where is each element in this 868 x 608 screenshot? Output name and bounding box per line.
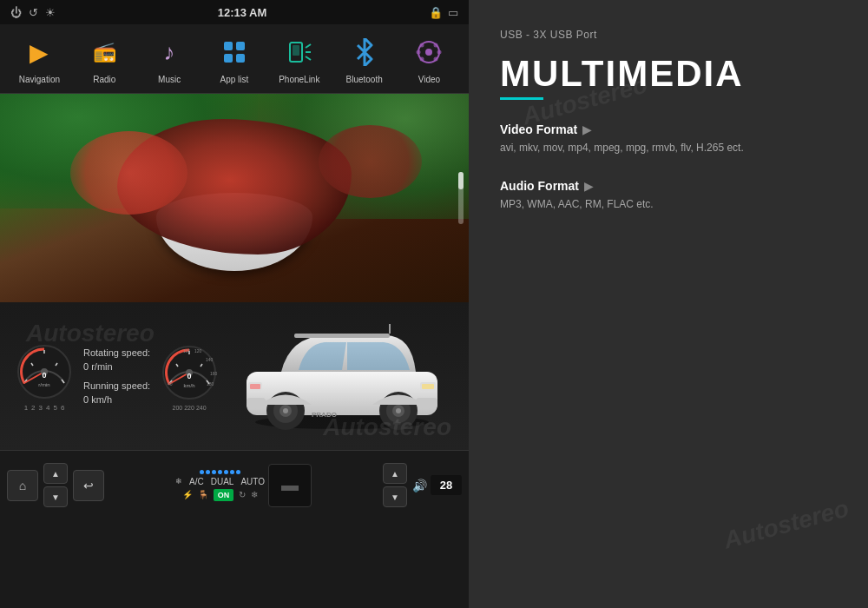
car-illustration: PRADO <box>229 320 455 433</box>
title-underline <box>500 97 543 100</box>
ac-on-badge: ON <box>214 489 234 501</box>
svg-text:100: 100 <box>183 348 191 354</box>
svg-text:160: 160 <box>210 371 218 376</box>
raspberry-scene <box>0 94 469 302</box>
main-title-block: MULTIMEDIA <box>500 56 837 100</box>
power-icon: ⏻ <box>10 6 22 19</box>
temp-display-left: ▬ <box>268 464 312 507</box>
audio-format-section: Audio Format ▶ MP3, WMA, AAC, RM, FLAC e… <box>500 179 837 213</box>
svg-point-54 <box>283 408 288 413</box>
refresh-icon: ↺ <box>29 6 38 19</box>
raspberries-right <box>319 125 422 198</box>
back-button[interactable]: ↩ <box>73 470 104 501</box>
chevron-up-icon: ▲ <box>51 469 60 479</box>
page-title: MULTIMEDIA <box>500 56 837 92</box>
svg-point-10 <box>425 49 432 56</box>
dashboard-area: Autostereo <box>0 302 469 450</box>
speed-scale-labels: 200220240 <box>173 405 207 411</box>
svg-point-13 <box>420 57 424 62</box>
navigation-label: Navigation <box>19 75 60 84</box>
down-arrow-button[interactable]: ▼ <box>43 486 68 507</box>
scroll-indicator <box>458 172 464 224</box>
home-button[interactable]: ⌂ <box>7 470 38 501</box>
svg-rect-48 <box>250 384 260 389</box>
svg-text:120: 120 <box>194 348 202 354</box>
fan-dot-5 <box>224 470 228 474</box>
right-watermark-2: Autostereo <box>721 494 852 554</box>
rotating-speed-label: Rotating speed: <box>83 347 150 358</box>
navigation-icon-wrap: ▶ <box>20 33 58 71</box>
bluetooth-icon <box>354 38 375 66</box>
volume-icon: 🔊 <box>412 479 427 492</box>
right-up-button[interactable]: ▲ <box>383 463 407 484</box>
device-screen: ⏻ ↺ ☀ 12:13 AM 🔒 ▭ ▶ Navigation 📻 Radio … <box>0 0 469 608</box>
video-format-arrow-icon: ▶ <box>582 122 592 136</box>
temp-placeholder-icon: ▬ <box>281 475 299 495</box>
rpm-gauge-container: 0 r/min 123456 <box>14 341 75 412</box>
phonelink-icon <box>286 41 312 63</box>
video-label: Video <box>418 75 440 84</box>
running-speed-label: Running speed: <box>83 380 150 391</box>
right-info-panel: Autostereo Autostereo USB - 3X USB Port … <box>469 0 868 608</box>
svg-rect-3 <box>236 54 245 63</box>
applist-label: App list <box>220 75 249 84</box>
ac-section: ❄ A/C DUAL AUTO ⚡ 🪑 ON ↻ ❄ ▬ <box>109 464 378 507</box>
left-arrow-group: ▲ ▼ <box>43 463 68 507</box>
running-speed-value: 0 km/h <box>83 394 150 405</box>
nav-icons-bar: ▶ Navigation 📻 Radio ♪ Music <box>0 24 469 94</box>
music-label: Music <box>158 75 181 84</box>
sidebar-item-navigation[interactable]: ▶ Navigation <box>8 33 70 84</box>
svg-line-8 <box>306 56 311 60</box>
fan-dot-6 <box>230 470 234 474</box>
sidebar-item-video[interactable]: Video <box>398 33 460 84</box>
rpm-gauge: 0 r/min <box>14 341 75 402</box>
right-down-button[interactable]: ▼ <box>383 486 407 507</box>
svg-text:40: 40 <box>168 381 173 387</box>
ac-label: A/C <box>189 477 204 486</box>
sidebar-item-applist[interactable]: App list <box>203 33 266 84</box>
video-display-area[interactable] <box>0 94 469 302</box>
ac-fan-icon: ❄ <box>175 477 182 486</box>
status-right-icons: 🔒 ▭ <box>429 6 458 19</box>
speed-info: Rotating speed: 0 r/min Running speed: 0… <box>83 347 150 405</box>
svg-point-58 <box>396 408 401 413</box>
svg-rect-59 <box>294 334 390 338</box>
home-icon: ⌂ <box>19 479 26 492</box>
bottom-controls: ⌂ ▲ ▼ ↩ <box>0 450 469 519</box>
phonelink-icon-wrap <box>280 33 319 71</box>
svg-text:r/min: r/min <box>38 382 49 387</box>
sidebar-item-radio[interactable]: 📻 Radio <box>73 33 135 84</box>
back-icon: ↩ <box>83 479 94 492</box>
fan-dot-1 <box>200 470 204 474</box>
music-note-icon: ♪ <box>164 39 175 66</box>
video-icon-wrap <box>410 33 448 71</box>
svg-rect-1 <box>236 42 245 50</box>
radio-label: Radio <box>93 75 115 84</box>
applist-grid-icon <box>222 40 247 64</box>
right-arrow-group: ▲ ▼ <box>383 463 407 507</box>
rpm-gauge-svg: 0 r/min <box>14 341 75 402</box>
svg-text:180: 180 <box>207 381 214 387</box>
audio-format-title-row: Audio Format ▶ <box>500 179 837 193</box>
navigation-arrow-icon: ▶ <box>30 38 49 67</box>
svg-rect-2 <box>224 54 233 63</box>
bluetooth-icon-wrap <box>345 33 384 71</box>
sidebar-item-music[interactable]: ♪ Music <box>138 33 201 84</box>
up-arrow-button[interactable]: ▲ <box>43 463 68 484</box>
sidebar-item-phonelink[interactable]: PhoneLink <box>268 33 331 84</box>
svg-rect-0 <box>224 42 233 50</box>
bluetooth-label: Bluetooth <box>346 75 383 84</box>
status-time: 12:13 AM <box>218 6 267 19</box>
volume-display: 28 <box>431 475 462 495</box>
car-image-area: PRADO <box>228 311 455 441</box>
fan-level-display <box>200 470 240 474</box>
music-icon-wrap: ♪ <box>150 33 188 71</box>
brightness-icon: ☀ <box>45 6 56 19</box>
svg-point-15 <box>417 50 421 55</box>
status-bar: ⏻ ↺ ☀ 12:13 AM 🔒 ▭ <box>0 0 469 24</box>
video-format-section: Video Format ▶ avi, mkv, mov, mp4, mpeg,… <box>500 122 837 156</box>
sidebar-item-bluetooth[interactable]: Bluetooth <box>333 33 396 84</box>
svg-text:0: 0 <box>187 372 192 380</box>
video-format-title-row: Video Format ▶ <box>500 122 837 136</box>
rotating-speed-value: 0 r/min <box>83 361 150 372</box>
